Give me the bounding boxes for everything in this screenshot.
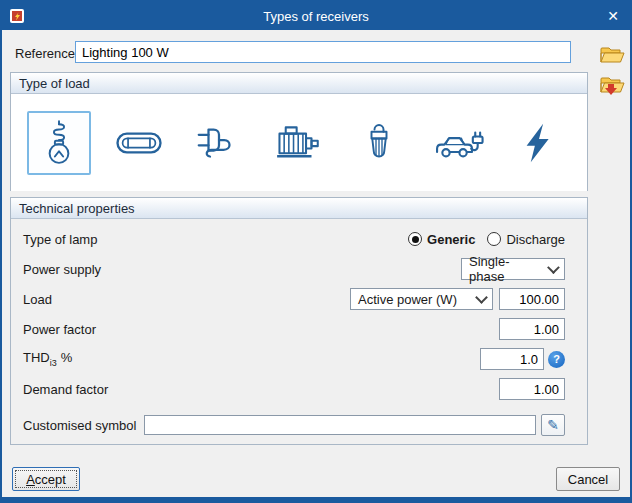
power-supply-label: Power supply	[23, 262, 101, 277]
chevron-down-icon	[547, 261, 559, 273]
thd-label-base: THD	[23, 350, 50, 365]
edit-symbol-button[interactable]: ✎	[541, 414, 565, 436]
folder-import-icon	[599, 74, 625, 96]
technical-properties-header: Technical properties	[11, 198, 587, 219]
radio-discharge-label: Discharge	[506, 232, 565, 247]
electric-vehicle-icon	[433, 117, 485, 169]
cancel-button[interactable]: Cancel	[556, 467, 620, 491]
close-button[interactable]: ✕	[607, 2, 619, 30]
power-supply-select[interactable]: Single-phase	[461, 258, 565, 280]
load-row: Load Active power (W)	[11, 284, 587, 314]
power-supply-value: Single-phase	[469, 254, 541, 284]
load-type-hoist[interactable]	[347, 111, 411, 175]
radio-selected-icon	[408, 232, 422, 246]
demand-factor-label: Demand factor	[23, 382, 108, 397]
type-of-lamp-label: Type of lamp	[23, 232, 97, 247]
load-label: Load	[23, 292, 52, 307]
fluorescent-luminaire-icon	[114, 118, 164, 168]
incandescent-lamp-icon	[35, 119, 83, 167]
reference-label: Reference	[15, 46, 75, 61]
power-factor-row: Power factor	[11, 314, 587, 344]
load-mode-value: Active power (W)	[358, 292, 457, 307]
demand-factor-row: Demand factor	[11, 374, 587, 404]
radio-generic[interactable]: Generic	[408, 232, 475, 247]
accept-button[interactable]: Accept	[12, 467, 80, 491]
motor-icon	[274, 118, 324, 168]
customised-symbol-row: Customised symbol ✎	[11, 412, 587, 438]
window-title: Types of receivers	[2, 9, 630, 24]
thd-label-sub: i3	[50, 358, 57, 368]
load-value-input[interactable]	[499, 288, 565, 310]
type-of-load-group: Type of load	[10, 72, 588, 191]
accept-rest: ccept	[35, 472, 66, 487]
import-folder-button[interactable]	[597, 72, 627, 98]
help-icon[interactable]: ?	[548, 351, 565, 368]
demand-factor-input[interactable]	[499, 378, 565, 400]
power-factor-label: Power factor	[23, 322, 96, 337]
hoist-icon	[355, 119, 403, 167]
power-factor-input[interactable]	[499, 318, 565, 340]
load-type-row	[11, 94, 587, 191]
load-type-electric-vehicle[interactable]	[427, 111, 491, 175]
radio-unselected-icon	[487, 232, 501, 246]
thd-row: THDi3% ?	[11, 344, 587, 374]
thd-label-percent: %	[61, 350, 73, 365]
customised-symbol-input[interactable]	[144, 415, 536, 435]
thd-input[interactable]	[480, 348, 544, 370]
plug-icon	[195, 119, 243, 167]
accept-mnemonic: A	[26, 472, 35, 487]
load-type-motor[interactable]	[267, 111, 331, 175]
chevron-down-icon	[475, 291, 488, 304]
titlebar: Types of receivers ✕	[2, 2, 630, 30]
radio-generic-label: Generic	[427, 232, 475, 247]
load-type-incandescent-lamp[interactable]	[27, 111, 91, 175]
lightning-bolt-icon	[517, 121, 561, 165]
types-of-receivers-dialog: Types of receivers ✕ Reference Type of l…	[0, 0, 632, 503]
pencil-icon: ✎	[547, 417, 559, 433]
power-supply-row: Power supply Single-phase	[11, 254, 587, 284]
technical-rows: Type of lamp Generic Discharge Power sup…	[11, 219, 587, 438]
type-of-lamp-row: Type of lamp Generic Discharge	[11, 224, 587, 254]
reference-input[interactable]	[75, 41, 571, 63]
load-type-plug[interactable]	[187, 111, 251, 175]
radio-discharge[interactable]: Discharge	[487, 232, 565, 247]
type-of-load-header: Type of load	[11, 73, 587, 94]
load-mode-select[interactable]: Active power (W)	[350, 288, 493, 310]
customised-symbol-label: Customised symbol	[23, 418, 136, 433]
load-type-generic[interactable]	[507, 111, 571, 175]
thd-label: THDi3%	[23, 350, 72, 368]
load-type-fluorescent-luminaire[interactable]	[107, 111, 171, 175]
open-folder-button[interactable]	[597, 42, 627, 68]
technical-properties-group: Technical properties Type of lamp Generi…	[10, 197, 588, 445]
folder-open-icon	[599, 44, 625, 66]
